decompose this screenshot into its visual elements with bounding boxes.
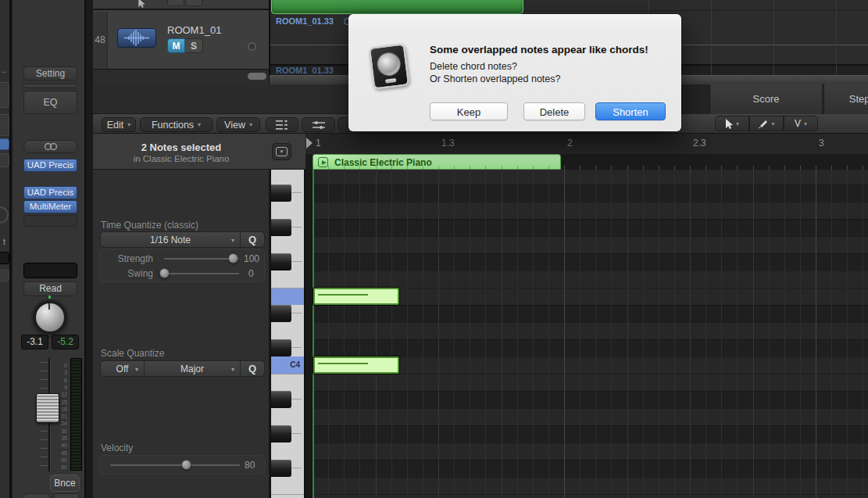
- functions-menu[interactable]: Functions ▾: [140, 117, 213, 132]
- grid-line: [737, 170, 738, 498]
- piano-key-F#3[interactable]: [271, 460, 304, 477]
- gain-mini-slot[interactable]: [23, 84, 77, 88]
- edit-menu[interactable]: Edit ▾: [102, 117, 136, 132]
- piano-key-F4[interactable]: [271, 270, 304, 288]
- inspector-disclosure-button[interactable]: ▼: [272, 143, 291, 160]
- partial-knob[interactable]: [0, 206, 9, 224]
- piano-key-A#4[interactable]: [271, 185, 304, 202]
- region-play-button[interactable]: [318, 157, 328, 167]
- meter-scale-label: 9: [53, 385, 67, 390]
- velocity-slider-knob[interactable]: [181, 460, 191, 470]
- track-list-footer: [93, 69, 269, 84]
- horizontal-scrollbar[interactable]: [248, 73, 266, 80]
- solo-button-partial[interactable]: [53, 493, 80, 498]
- play-icon: [322, 160, 327, 165]
- piano-key-B3[interactable]: [271, 374, 304, 391]
- solo-button[interactable]: S: [185, 38, 203, 53]
- mute-button[interactable]: M: [167, 38, 185, 53]
- bounce-button[interactable]: Bnce: [50, 475, 80, 492]
- midi-region-header[interactable]: Classic Electric Piano: [313, 154, 561, 170]
- piano-roll-grid[interactable]: [305, 170, 868, 498]
- swing-slider-knob[interactable]: [159, 268, 170, 278]
- time-quantize-dropdown[interactable]: 1/16 Note ▾ Q: [100, 231, 265, 248]
- automation-mode-button[interactable]: Read: [23, 281, 77, 296]
- mute-button-partial[interactable]: [167, 0, 184, 6]
- fader-tick: [41, 448, 48, 449]
- ruler-label: 1: [316, 138, 321, 149]
- insert-slot-2[interactable]: UAD Precis: [23, 186, 77, 199]
- velocity-slider-track[interactable]: [110, 464, 240, 466]
- pencil-tool-button[interactable]: ▾: [749, 116, 784, 131]
- shorten-button[interactable]: Shorten: [595, 102, 666, 120]
- piano-key-F3[interactable]: [271, 477, 304, 494]
- scale-mode-dropdown[interactable]: Major ▾: [145, 361, 241, 376]
- ruler-label: 3: [819, 138, 824, 149]
- piano-key-B4[interactable]: [271, 170, 304, 185]
- black-key-cap: [271, 305, 291, 322]
- grid-line: [580, 170, 580, 498]
- eq-button[interactable]: EQ: [23, 91, 77, 114]
- piano-key-G#3[interactable]: [271, 425, 304, 442]
- audio-region-green[interactable]: [271, 0, 523, 14]
- output-display[interactable]: [23, 263, 77, 278]
- piano-key-A4[interactable]: [271, 202, 304, 219]
- midi-in-button[interactable]: [302, 117, 335, 132]
- strength-value: 100: [244, 253, 259, 264]
- midi-note-E4[interactable]: [313, 288, 399, 305]
- playhead-marker[interactable]: [306, 138, 313, 149]
- meter-scale-label: 45: [53, 450, 67, 456]
- tab-step-editor[interactable]: Step Editor: [823, 84, 868, 114]
- track-header-partial[interactable]: [93, 0, 269, 10]
- delete-button[interactable]: Delete: [523, 102, 585, 120]
- piano-key-C4[interactable]: C4: [271, 356, 304, 374]
- partial-slot[interactable]: [0, 153, 9, 167]
- view-menu[interactable]: View ▾: [216, 117, 260, 132]
- insert-slot-3[interactable]: MultiMeter: [23, 200, 77, 213]
- partial-slot[interactable]: [0, 82, 9, 108]
- midi-note-C4[interactable]: [313, 356, 399, 374]
- time-quantize-value[interactable]: 1/16 Note ▾: [101, 232, 241, 247]
- time-quantize-apply-button[interactable]: Q: [241, 232, 264, 247]
- partial-plugin-slot[interactable]: [0, 138, 9, 150]
- insert-slot-empty[interactable]: [23, 215, 77, 227]
- mute-button-partial[interactable]: [23, 493, 50, 498]
- strength-slider-knob[interactable]: [228, 253, 238, 263]
- solo-button-partial[interactable]: [185, 0, 202, 6]
- piano-key-E3[interactable]: [271, 494, 304, 498]
- scale-quantize-apply-button[interactable]: Q: [241, 361, 264, 376]
- chevron-down-icon: ▾: [804, 120, 807, 127]
- piano-key-G4[interactable]: [271, 236, 304, 253]
- record-enable-circle[interactable]: [248, 42, 256, 51]
- insert-slot-1[interactable]: UAD Precis: [23, 159, 77, 172]
- velocity-tool-button[interactable]: V ▾: [784, 116, 818, 131]
- edit-menu-label: Edit: [107, 120, 124, 131]
- pointer-tool-button[interactable]: ▾: [715, 116, 749, 131]
- setting-button[interactable]: Setting: [23, 66, 77, 81]
- partial-slot[interactable]: [0, 114, 9, 136]
- bar-ruler[interactable]: 11.322.33: [305, 134, 868, 154]
- logic-pro-window: .. t Setting EQ UAD Precis UAD Precis Mu…: [0, 0, 868, 498]
- piano-key-A#3[interactable]: [271, 391, 304, 408]
- level-meter: [70, 358, 82, 471]
- piano-key-G3[interactable]: [271, 442, 304, 460]
- partial-slot[interactable]: [0, 270, 9, 281]
- sliders-icon: [313, 120, 325, 130]
- piano-key-A3[interactable]: [271, 408, 304, 425]
- piano-key-D#4[interactable]: [271, 305, 304, 322]
- piano-key-C#4[interactable]: [271, 339, 304, 356]
- audio-waveform-icon[interactable]: [117, 28, 156, 48]
- speaker-slot: [385, 78, 397, 84]
- swing-slider-track[interactable]: [164, 273, 239, 274]
- keep-button[interactable]: Keep: [430, 102, 508, 120]
- piano-key-G#4[interactable]: [271, 219, 304, 236]
- piano-key-E4[interactable]: [271, 288, 304, 305]
- stereo-format-button[interactable]: [23, 140, 77, 153]
- ruler-label: 1.3: [441, 138, 455, 149]
- scale-root-dropdown[interactable]: Off ▾: [101, 361, 145, 376]
- collapse-mode-button[interactable]: [266, 117, 298, 132]
- grid-line: [690, 170, 691, 498]
- piano-key-D4[interactable]: [271, 322, 304, 339]
- tab-score[interactable]: Score: [709, 84, 823, 114]
- grid-line: [533, 170, 534, 498]
- piano-key-F#4[interactable]: [271, 253, 304, 270]
